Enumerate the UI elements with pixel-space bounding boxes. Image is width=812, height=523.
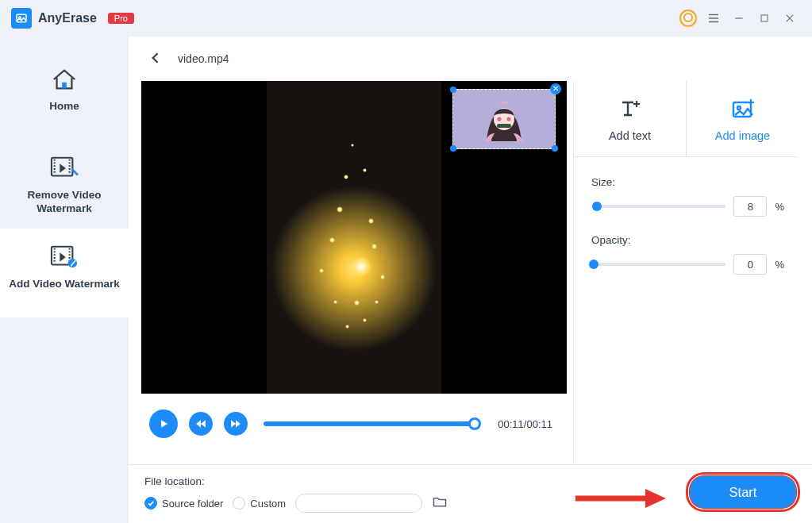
sidebar-item-home[interactable]: Home xyxy=(0,51,129,140)
home-icon xyxy=(48,65,80,94)
size-slider[interactable] xyxy=(591,205,725,208)
start-button[interactable]: Start xyxy=(690,476,796,508)
browse-folder-button[interactable] xyxy=(432,494,448,512)
custom-path-input[interactable] xyxy=(295,494,422,513)
video-content xyxy=(267,81,441,394)
app-logo: AnyErase Pro xyxy=(11,8,134,29)
minimize-button[interactable] xyxy=(728,7,750,29)
svg-rect-11 xyxy=(497,124,511,128)
opacity-unit: % xyxy=(775,259,784,271)
watermark-overlay[interactable]: ✕ xyxy=(452,89,556,149)
play-icon xyxy=(158,418,169,429)
tab-label: Add image xyxy=(715,129,770,142)
tab-add-text[interactable]: Add text xyxy=(574,81,686,156)
svg-point-14 xyxy=(737,106,741,110)
close-window-button[interactable] xyxy=(779,7,801,29)
app-name: AnyErase xyxy=(38,11,97,25)
progress-bar[interactable] xyxy=(264,421,475,426)
opacity-input[interactable] xyxy=(733,254,767,275)
menu-button[interactable] xyxy=(702,7,725,29)
size-input[interactable] xyxy=(733,196,767,217)
svg-point-10 xyxy=(506,117,510,121)
forward-icon xyxy=(230,418,241,429)
video-stage: ✕ 00:11/00:11 xyxy=(129,81,573,464)
breadcrumb: video.mp4 xyxy=(129,37,812,81)
minimize-icon xyxy=(733,13,745,24)
sidebar-item-label: Remove Video Watermark xyxy=(0,189,129,216)
menu-icon xyxy=(706,11,721,25)
radio-source-folder[interactable]: Source folder xyxy=(144,497,223,510)
radio-label: Custom xyxy=(250,498,286,510)
video-preview[interactable]: ✕ xyxy=(141,81,567,394)
back-button[interactable] xyxy=(148,50,165,67)
rewind-icon xyxy=(195,418,206,429)
sidebar-item-add-watermark[interactable]: Add Video Watermark xyxy=(0,229,129,317)
forward-button[interactable] xyxy=(224,412,248,436)
sidebar-item-label: Add Video Watermark xyxy=(9,278,120,291)
resize-handle-bl[interactable] xyxy=(450,145,456,152)
maximize-button[interactable] xyxy=(753,7,775,29)
add-text-icon xyxy=(618,96,643,121)
app-logo-icon xyxy=(11,8,32,29)
svg-rect-3 xyxy=(62,83,67,89)
player-controls: 00:11/00:11 xyxy=(135,394,567,454)
pro-badge: Pro xyxy=(108,13,134,24)
rewind-button[interactable] xyxy=(189,412,213,436)
radio-custom[interactable]: Custom xyxy=(233,497,286,510)
chevron-left-icon xyxy=(148,50,164,66)
annotation-arrow xyxy=(572,487,668,510)
size-label: Size: xyxy=(591,176,784,188)
progress-thumb[interactable] xyxy=(468,417,481,430)
account-icon xyxy=(679,10,697,27)
remove-watermark-button[interactable]: ✕ xyxy=(550,83,561,94)
radio-label: Source folder xyxy=(162,498,223,510)
resize-handle-tl[interactable] xyxy=(450,87,456,93)
add-watermark-icon xyxy=(48,243,80,271)
play-button[interactable] xyxy=(149,410,178,438)
sidebar: Home Remove Video Watermark Add Video Wa… xyxy=(0,37,129,523)
account-button[interactable] xyxy=(677,7,699,29)
current-filename: video.mp4 xyxy=(178,52,229,65)
svg-rect-2 xyxy=(761,15,768,21)
remove-watermark-icon xyxy=(48,154,80,183)
watermark-image xyxy=(480,95,528,143)
svg-rect-12 xyxy=(501,102,507,104)
folder-open-icon xyxy=(432,494,448,509)
tab-add-image[interactable]: Add image xyxy=(686,81,799,156)
tab-label: Add text xyxy=(609,129,651,142)
maximize-icon xyxy=(760,13,769,23)
size-unit: % xyxy=(775,201,784,213)
sidebar-item-label: Home xyxy=(49,100,79,113)
sidebar-item-remove-watermark[interactable]: Remove Video Watermark xyxy=(0,140,129,229)
add-image-icon xyxy=(730,96,756,121)
bottom-bar: File location: Source folder Custom xyxy=(129,464,812,523)
titlebar: AnyErase Pro xyxy=(0,0,812,37)
opacity-label: Opacity: xyxy=(591,234,784,246)
properties-panel: Add text Add image Size: % Opacity: xyxy=(573,81,799,464)
svg-point-9 xyxy=(497,117,501,121)
content-area: video.mp4 xyxy=(129,37,812,523)
opacity-slider[interactable] xyxy=(591,263,725,266)
file-location-label: File location: xyxy=(144,475,448,487)
resize-handle-br[interactable] xyxy=(552,145,558,152)
timecode: 00:11/00:11 xyxy=(498,418,552,430)
close-icon xyxy=(784,13,795,24)
watermark-mode-tabs: Add text Add image xyxy=(574,81,799,157)
